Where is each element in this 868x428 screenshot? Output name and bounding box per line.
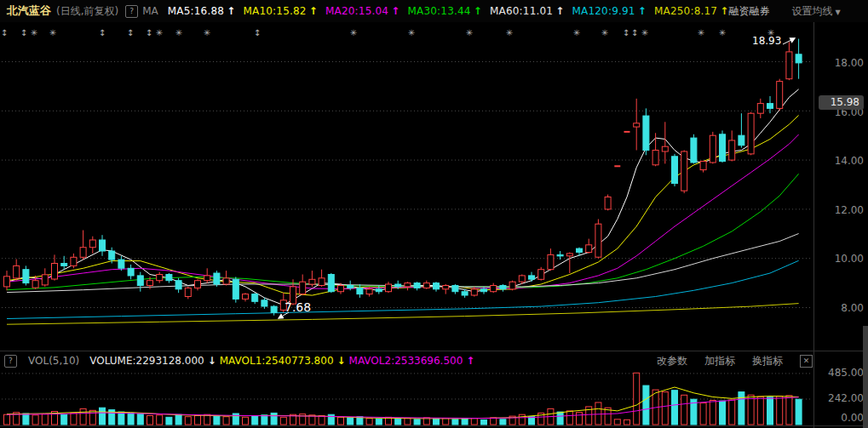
volume-tick-242.00: 242.00: [818, 392, 864, 404]
event-marker-icon[interactable]: ✳: [156, 28, 163, 37]
event-marker-icon[interactable]: ✳: [204, 28, 210, 37]
event-marker-icon[interactable]: ↕: [20, 28, 27, 37]
event-marker-icon[interactable]: ↕: [1, 28, 8, 37]
event-marker-icon[interactable]: ↕: [127, 28, 134, 37]
vol-help-icon[interactable]: ?: [4, 355, 17, 368]
scrollbar-thumb[interactable]: [863, 326, 868, 428]
volume-tick-485.00: 485.00: [818, 367, 864, 379]
chevron-down-icon: ▼: [835, 9, 840, 16]
event-marker-icon[interactable]: ↕: [99, 28, 106, 37]
vol-legend-item-1: VOLUME:2293128.000↓: [89, 355, 216, 367]
trend-up-icon: ↑: [720, 5, 728, 17]
event-marker-icon[interactable]: ↕: [631, 28, 638, 37]
event-marker-icon[interactable]: ✳: [506, 28, 513, 37]
vol-legend-item-3: MAVOL2:2533696.500↑: [349, 355, 475, 367]
margin-trading-link[interactable]: 融资融券: [728, 4, 769, 19]
event-marker-icon[interactable]: ✳: [350, 28, 357, 37]
add-indicator-link[interactable]: 加指标: [704, 354, 735, 368]
volume-actions: 改参数 加指标 换指标 ✕: [657, 354, 813, 368]
stock-chart-app: 北汽蓝谷 (日线,前复权) ? MA MA5:16.88↑MA10:15.82↑…: [0, 0, 868, 428]
volume-header: ? VOL(5,10) VOLUME:2293128.000↓MAVOL1:25…: [0, 352, 818, 369]
ma-legend-item-7: MA250:8.17↑: [654, 5, 729, 17]
event-marker-icon[interactable]: ↕: [254, 28, 261, 37]
trend-up-icon: ↑: [474, 5, 482, 17]
ma-legend: MA5:16.88↑MA10:15.82↑MA20:15.04↑MA30:13.…: [160, 5, 729, 17]
last-price-badge: 15.98: [819, 95, 864, 110]
event-marker-icon[interactable]: ✳: [31, 28, 37, 37]
low-price-annotation: 7.68: [285, 300, 311, 314]
trend-icon: ↑: [466, 355, 474, 367]
event-marker-icon[interactable]: ✳: [601, 28, 608, 37]
ma-settings-dropdown[interactable]: 设置均线▼: [791, 4, 840, 19]
ma-legend-item-6: MA120:9.91↑: [572, 5, 647, 17]
help-icon[interactable]: ?: [125, 5, 138, 18]
chart-header: 北汽蓝谷 (日线,前复权) ? MA MA5:16.88↑MA10:15.82↑…: [0, 0, 868, 22]
ma-settings-label: 设置均线: [791, 5, 832, 17]
trend-icon: ↓: [337, 355, 346, 367]
event-marker-icon[interactable]: ↕: [623, 28, 629, 37]
price-tick-12.00: 12.00: [818, 204, 864, 216]
ma-legend-item-5: MA60:11.01↑: [490, 5, 565, 17]
ma-legend-item-1: MA5:16.88↑: [168, 5, 236, 17]
header-actions: 融资融券 设置均线▼: [728, 4, 840, 19]
ma-legend-item-3: MA20:15.04↑: [325, 5, 400, 17]
price-tick-10.00: 10.00: [818, 253, 864, 265]
event-marker-icon[interactable]: ↕: [146, 28, 152, 37]
change-params-link[interactable]: 改参数: [657, 354, 687, 368]
ma-legend-item-2: MA10:15.82↑: [243, 5, 318, 17]
vol-legend: VOLUME:2293128.000↓MAVOL1:2540773.800↓MA…: [86, 355, 474, 367]
event-marker-icon[interactable]: ✳: [698, 28, 704, 37]
trend-up-icon: ↑: [555, 5, 564, 17]
volume-tick-0.00: 0.00: [818, 412, 864, 424]
event-marker-icon[interactable]: ✳: [719, 28, 726, 37]
trend-up-icon: ↑: [638, 5, 647, 17]
stock-name: 北汽蓝谷: [7, 3, 51, 19]
price-tick-14.00: 14.00: [818, 155, 864, 167]
period-label: (日线,前复权): [56, 4, 118, 19]
event-marker-icon[interactable]: ✳: [573, 28, 580, 37]
event-marker-icon[interactable]: ✳: [466, 28, 473, 37]
vol-legend-item-2: MAVOL1:2540773.800↓: [220, 355, 346, 367]
event-marker-icon[interactable]: ✳: [408, 28, 415, 37]
trend-up-icon: ↑: [227, 5, 235, 17]
trend-up-icon: ↑: [391, 5, 400, 17]
close-icon[interactable]: ✕: [800, 355, 813, 368]
ma-legend-item-4: MA30:13.44↑: [407, 5, 482, 17]
trend-icon: ↓: [208, 355, 216, 367]
price-tick-8.00: 8.00: [818, 302, 864, 314]
high-price-annotation: 18.93: [752, 35, 781, 47]
event-marker-icon[interactable]: ✳: [641, 28, 648, 37]
event-marker-icon[interactable]: ✳: [175, 28, 182, 37]
price-tick-18.00: 18.00: [818, 57, 864, 69]
ma-group-label: MA: [142, 5, 158, 17]
trend-up-icon: ↑: [309, 5, 318, 17]
event-marker-icon[interactable]: ✳: [49, 28, 56, 37]
switch-indicator-link[interactable]: 换指标: [752, 354, 783, 368]
vol-indicator-title: VOL(5,10): [28, 355, 79, 367]
